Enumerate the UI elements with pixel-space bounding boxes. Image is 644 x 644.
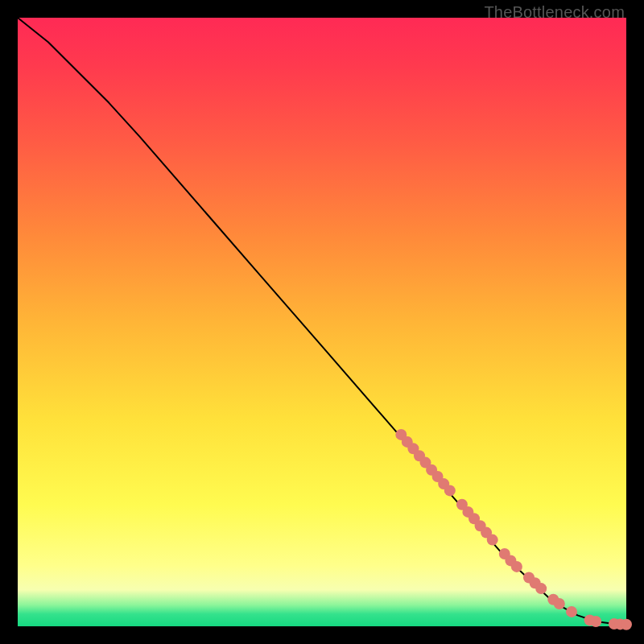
marker-dot: [566, 606, 577, 617]
plot-area: [18, 18, 626, 626]
chart-svg: [18, 18, 626, 626]
marker-dot: [511, 561, 522, 572]
marker-dot: [554, 598, 565, 609]
chart-frame: TheBottleneck.com: [0, 0, 644, 644]
marker-dot: [535, 583, 547, 594]
marker-dot: [487, 535, 498, 546]
marker-dot: [444, 485, 456, 496]
marker-dots: [395, 429, 632, 630]
curve-line: [18, 18, 626, 625]
marker-dot: [590, 616, 601, 627]
marker-dot: [621, 619, 632, 630]
